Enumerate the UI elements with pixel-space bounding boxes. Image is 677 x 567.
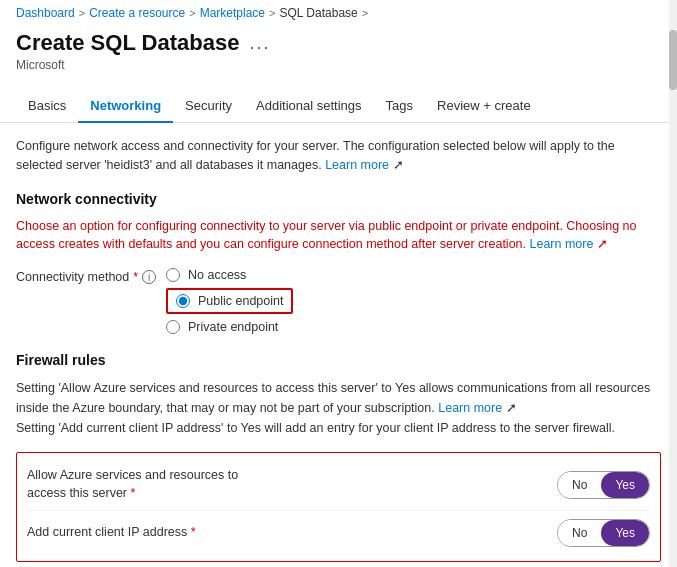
toggle-client-ip-yes[interactable]: Yes [601, 520, 649, 546]
learn-more-link-1[interactable]: Learn more [325, 158, 389, 172]
radio-public-endpoint-input[interactable] [176, 294, 190, 308]
external-link-icon-2: ➚ [597, 237, 608, 251]
warning-description: Choose an option for configuring connect… [16, 217, 661, 255]
radio-private-endpoint[interactable]: Private endpoint [166, 320, 293, 334]
page-subtitle: Microsoft [16, 58, 661, 72]
page-title: Create SQL Database [16, 30, 239, 56]
toggle-allow-azure-row: Allow Azure services and resources to ac… [27, 459, 650, 510]
toggle-allow-azure-yes[interactable]: Yes [601, 472, 649, 498]
toggle-client-ip-row: Add current client IP address * No Yes [27, 510, 650, 555]
toggle-allow-azure-no[interactable]: No [558, 472, 601, 498]
breadcrumb-sql-database: SQL Database [279, 6, 357, 20]
toggle-client-ip-label: Add current client IP address * [27, 524, 247, 542]
breadcrumb: Dashboard > Create a resource > Marketpl… [0, 0, 677, 26]
learn-more-link-2[interactable]: Learn more [530, 237, 594, 251]
radio-no-access-label: No access [188, 268, 246, 282]
breadcrumb-marketplace[interactable]: Marketplace [200, 6, 265, 20]
ellipsis-button[interactable]: ... [249, 33, 270, 54]
tab-networking[interactable]: Networking [78, 90, 173, 123]
firewall-learn-more-link[interactable]: Learn more [438, 401, 502, 415]
firewall-description: Setting 'Allow Azure services and resour… [16, 378, 661, 438]
tab-basics[interactable]: Basics [16, 90, 78, 123]
tab-additional-settings[interactable]: Additional settings [244, 90, 374, 123]
toggle-client-ip-no[interactable]: No [558, 520, 601, 546]
network-description: Configure network access and connectivit… [16, 137, 661, 175]
breadcrumb-sep-2: > [189, 7, 195, 19]
radio-no-access-input[interactable] [166, 268, 180, 282]
radio-public-endpoint-label: Public endpoint [198, 294, 283, 308]
scrollbar-thumb[interactable] [669, 30, 677, 90]
radio-private-endpoint-label: Private endpoint [188, 320, 278, 334]
toggle-allow-azure-label: Allow Azure services and resources to ac… [27, 467, 247, 502]
connectivity-method-row: Connectivity method * i No access Public… [16, 268, 661, 334]
toggle-allow-azure-control[interactable]: No Yes [557, 471, 650, 499]
radio-public-endpoint[interactable]: Public endpoint [166, 288, 293, 314]
firewall-section: Firewall rules Setting 'Allow Azure serv… [16, 352, 661, 438]
content-area: Configure network access and connectivit… [0, 123, 677, 567]
toggle-client-ip-control[interactable]: No Yes [557, 519, 650, 547]
required-marker: * [133, 270, 138, 284]
tab-security[interactable]: Security [173, 90, 244, 123]
breadcrumb-create-resource[interactable]: Create a resource [89, 6, 185, 20]
toggle-section: Allow Azure services and resources to ac… [16, 452, 661, 562]
external-link-icon-1: ➚ [393, 158, 404, 172]
tab-review-create[interactable]: Review + create [425, 90, 543, 123]
radio-no-access[interactable]: No access [166, 268, 293, 282]
tab-tags[interactable]: Tags [374, 90, 425, 123]
toggle-allow-required: * [131, 486, 136, 500]
external-link-icon-3: ➚ [506, 401, 517, 415]
toggle-client-required: * [191, 525, 196, 539]
network-connectivity-title: Network connectivity [16, 191, 661, 207]
tab-bar: Basics Networking Security Additional se… [0, 90, 677, 123]
breadcrumb-sep-3: > [269, 7, 275, 19]
page-header: Create SQL Database ... Microsoft [0, 26, 677, 80]
scrollbar[interactable] [669, 0, 677, 567]
radio-private-endpoint-input[interactable] [166, 320, 180, 334]
breadcrumb-sep-1: > [79, 7, 85, 19]
breadcrumb-sep-4: > [362, 7, 368, 19]
firewall-title: Firewall rules [16, 352, 661, 368]
breadcrumb-dashboard[interactable]: Dashboard [16, 6, 75, 20]
connectivity-radio-group: No access Public endpoint Private endpoi… [166, 268, 293, 334]
connectivity-label: Connectivity method * i [16, 268, 166, 284]
info-icon[interactable]: i [142, 270, 156, 284]
